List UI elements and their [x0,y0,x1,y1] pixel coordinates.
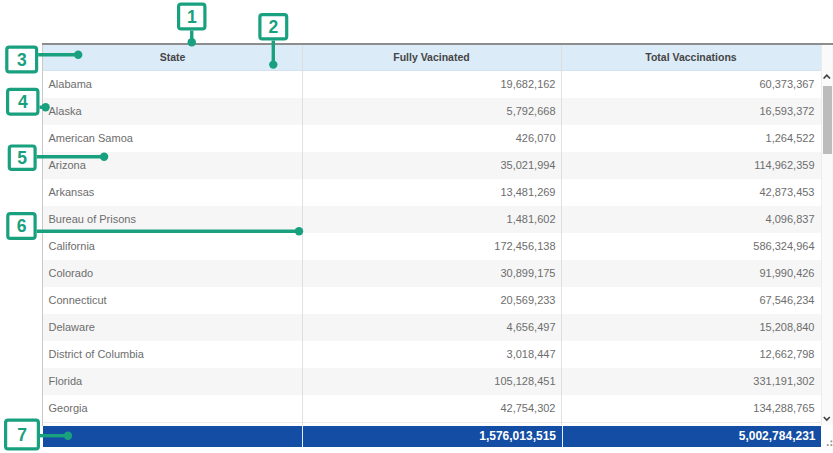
svg-text:7: 7 [17,425,27,445]
svg-text:6: 6 [17,216,27,236]
svg-text:2: 2 [269,17,279,37]
svg-text:5: 5 [17,148,27,168]
svg-text:1: 1 [187,7,197,27]
svg-text:4: 4 [18,92,28,112]
svg-text:3: 3 [17,50,27,70]
